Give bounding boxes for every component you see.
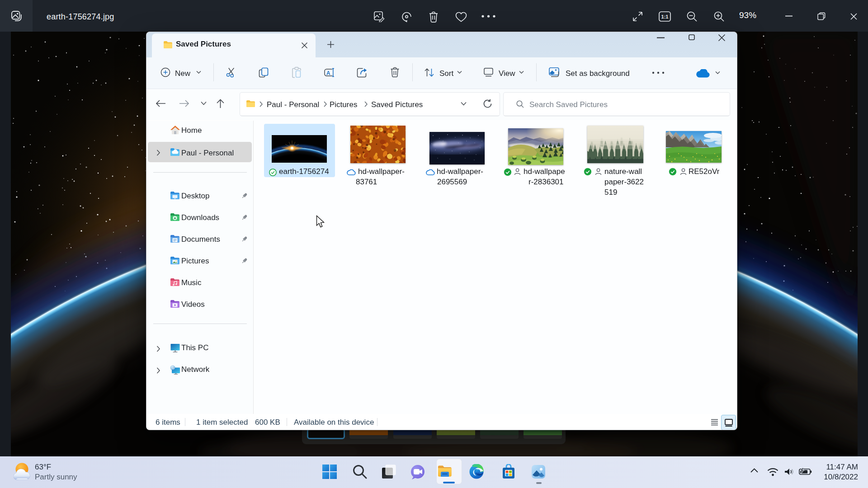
svg-text:A: A: [326, 70, 330, 76]
svg-text:1:1: 1:1: [661, 14, 669, 19]
